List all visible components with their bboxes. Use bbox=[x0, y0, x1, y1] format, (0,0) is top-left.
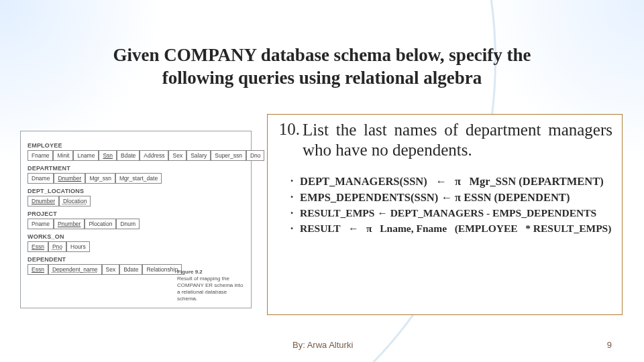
table-col: Pnumber bbox=[54, 219, 85, 229]
question-heading: 10. List the last names of department ma… bbox=[277, 120, 612, 160]
table-label: PROJECT bbox=[28, 210, 168, 217]
table-col: Mgr_ssn bbox=[85, 173, 115, 184]
table-col: Sex bbox=[102, 264, 120, 275]
question-text: List the last names of department manage… bbox=[303, 120, 612, 160]
table-col: Ssn bbox=[99, 150, 117, 161]
table-col: Dlocation bbox=[59, 196, 91, 206]
table-col: Lname bbox=[73, 150, 99, 161]
table-col: Plocation bbox=[85, 219, 116, 229]
table-label: DEPENDENT bbox=[28, 256, 168, 263]
table-col: Minit bbox=[53, 150, 73, 161]
slide-title: Given COMPANY database schema below, spe… bbox=[94, 44, 550, 90]
table-col: Relationship bbox=[142, 264, 182, 275]
table-col: Bdate bbox=[117, 150, 140, 161]
question-panel: 10. List the last names of department ma… bbox=[267, 114, 623, 315]
table-col: Dnumber bbox=[54, 173, 85, 184]
step-4: RESULT ← π Lname, Fname (EMPLOYEE * RESU… bbox=[290, 222, 612, 235]
table-col: Hours bbox=[66, 241, 90, 252]
figure-caption: Figure 9.2 Result of mapping the COMPANY… bbox=[177, 269, 244, 302]
table-row: EssnPnoHours bbox=[28, 241, 168, 252]
table-col: Dependent_name bbox=[48, 264, 102, 275]
byline: By: Arwa Alturki bbox=[292, 340, 353, 350]
step-3: RESULT_EMPS ← DEPT_MANAGERS - EMPS_DEPEN… bbox=[290, 206, 612, 220]
table-col: Pname bbox=[28, 219, 54, 229]
table-col: Fname bbox=[28, 150, 53, 161]
question-number: 10. bbox=[277, 120, 303, 139]
table-label: WORKS_ON bbox=[28, 233, 168, 240]
table-col: Mgr_start_date bbox=[115, 173, 162, 184]
table-row: DnameDnumberMgr_ssnMgr_start_date bbox=[28, 173, 168, 184]
table-col: Super_ssn bbox=[211, 150, 246, 161]
schema-figure: EMPLOYEEFnameMinitLnameSsnBdateAddressSe… bbox=[20, 131, 252, 308]
table-col: Sex bbox=[168, 150, 186, 161]
table-col: Dnum bbox=[116, 219, 140, 229]
table-col: Salary bbox=[186, 150, 211, 161]
figure-title: Figure 9.2 bbox=[177, 269, 244, 276]
table-col: Address bbox=[140, 150, 168, 161]
table-row: FnameMinitLnameSsnBdateAddressSexSalaryS… bbox=[28, 150, 168, 161]
figure-caption-text: Result of mapping the COMPANY ER schema … bbox=[177, 276, 244, 302]
table-label: EMPLOYEE bbox=[28, 142, 168, 149]
table-col: Essn bbox=[28, 241, 48, 252]
table-row: DnumberDlocation bbox=[28, 196, 168, 206]
table-col: Pno bbox=[48, 241, 66, 252]
table-col: Bdate bbox=[119, 264, 142, 275]
page-number: 9 bbox=[607, 340, 612, 350]
table-col: Dnumber bbox=[28, 196, 59, 206]
solution-steps: DEPT_MANAGERS(SSN) ← π Mgr_SSN (DEPARTME… bbox=[277, 174, 612, 235]
step-1: DEPT_MANAGERS(SSN) ← π Mgr_SSN (DEPARTME… bbox=[290, 174, 612, 188]
table-row: EssnDependent_nameSexBdateRelationship bbox=[28, 264, 168, 275]
table-row: PnamePnumberPlocationDnum bbox=[28, 219, 168, 229]
table-col: Dno bbox=[246, 150, 265, 161]
table-col: Dname bbox=[28, 173, 54, 184]
table-col: Essn bbox=[28, 264, 48, 275]
table-label: DEPARTMENT bbox=[28, 165, 168, 172]
table-label: DEPT_LOCATIONS bbox=[28, 188, 168, 194]
step-2: EMPS_DEPENDENTS(SSN) ← π ESSN (DEPENDENT… bbox=[290, 190, 612, 204]
